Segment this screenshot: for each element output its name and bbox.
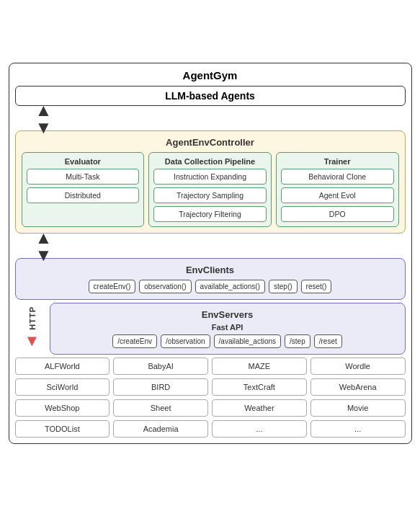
http-down-arrow-icon: ▼ bbox=[24, 332, 40, 350]
route-reset: /reset bbox=[314, 334, 342, 348]
env-babyai: BabyAI bbox=[113, 358, 208, 375]
env-wordle: Wordle bbox=[310, 358, 406, 375]
method-reset: reset() bbox=[301, 280, 332, 293]
env-servers-routes: /createEnv /observation /available_actio… bbox=[56, 334, 399, 348]
env-academia: Academia bbox=[113, 420, 208, 438]
env-weather: Weather bbox=[212, 399, 307, 417]
env-clients-methods: createEnv() observation() available_acti… bbox=[22, 280, 399, 293]
env-servers-box: EnvServers Fast API /createEnv /observat… bbox=[50, 303, 406, 355]
http-arrow-col: HTTP ▼ bbox=[15, 303, 50, 355]
pipeline-item-trajectory-sampling: Trajectory Sampling bbox=[153, 187, 267, 203]
agentgym-title: AgentGym bbox=[15, 69, 406, 81]
pipeline-box: Data Collection Pipeline Instruction Exp… bbox=[148, 152, 272, 227]
llm-agents-box: LLM-based Agents bbox=[15, 86, 406, 106]
env-ellipsis-2: ... bbox=[310, 420, 406, 438]
env-movie: Movie bbox=[310, 399, 406, 417]
env-webshop: WebShop bbox=[15, 399, 110, 417]
env-webarena: WebArena bbox=[310, 378, 406, 396]
environment-grid: ALFWorld BabyAI MAZE Wordle SciWorld BIR… bbox=[15, 358, 406, 438]
route-available-actions: /available_actions bbox=[214, 334, 282, 348]
agent-env-title: AgentEnvController bbox=[22, 137, 399, 148]
method-observation: observation() bbox=[139, 280, 191, 293]
pipeline-item-instruction: Instruction Expanding bbox=[153, 169, 267, 185]
env-servers-title: EnvServers bbox=[56, 309, 399, 320]
http-label: HTTP bbox=[28, 306, 37, 330]
trainer-item-clone: Behavioral Clone bbox=[281, 169, 394, 185]
evaluator-title: Evaluator bbox=[27, 157, 140, 166]
env-todolist: TODOList bbox=[15, 420, 110, 438]
agent-env-controller: AgentEnvController Evaluator Multi-Task … bbox=[15, 130, 406, 234]
arrow-env-clients: ▲ ▼ bbox=[30, 236, 406, 257]
llm-agents-label: LLM-based Agents bbox=[165, 90, 255, 102]
method-step: step() bbox=[269, 280, 298, 293]
method-available-actions: available_actions() bbox=[195, 280, 265, 293]
env-bird: BIRD bbox=[113, 378, 208, 396]
http-servers-section: HTTP ▼ EnvServers Fast API /createEnv /o… bbox=[15, 303, 406, 355]
env-maze: MAZE bbox=[212, 358, 307, 375]
env-clients-box: EnvClients createEnv() observation() ava… bbox=[15, 258, 406, 300]
route-step: /step bbox=[285, 334, 310, 348]
env-alfworld: ALFWorld bbox=[15, 358, 110, 375]
env-sciworld: SciWorld bbox=[15, 378, 110, 396]
double-arrow-2-icon: ▲ ▼ bbox=[30, 229, 58, 264]
double-arrow-icon: ▲ ▼ bbox=[30, 102, 58, 136]
pipeline-title: Data Collection Pipeline bbox=[153, 157, 267, 166]
route-observation: /observation bbox=[161, 334, 210, 348]
main-diagram: AgentGym LLM-based Agents ▲ ▼ AgentEnvCo… bbox=[9, 63, 412, 444]
env-clients-title: EnvClients bbox=[22, 265, 399, 275]
arrow-llm-env: ▲ ▼ bbox=[30, 109, 406, 129]
evaluator-item-distributed: Distributed bbox=[27, 187, 140, 203]
env-ellipsis-1: ... bbox=[212, 420, 307, 438]
route-createenv: /createEnv bbox=[112, 334, 157, 348]
fastapi-label: Fast API bbox=[56, 323, 399, 332]
evaluator-box: Evaluator Multi-Task Distributed bbox=[22, 152, 145, 227]
trainer-item-evol: Agent Evol bbox=[281, 187, 394, 203]
pipeline-item-trajectory-filtering: Trajectory Filtering bbox=[153, 206, 267, 222]
evaluator-item-multitask: Multi-Task bbox=[27, 169, 140, 185]
trainer-box: Trainer Behavioral Clone Agent Evol DPO bbox=[276, 152, 399, 227]
trainer-title: Trainer bbox=[281, 157, 394, 166]
method-createenv: createEnv() bbox=[89, 280, 136, 293]
env-textcraft: TextCraft bbox=[212, 378, 307, 396]
agent-env-inner: Evaluator Multi-Task Distributed Data Co… bbox=[22, 152, 399, 227]
trainer-item-dpo: DPO bbox=[281, 206, 394, 222]
env-sheet: Sheet bbox=[113, 399, 208, 417]
